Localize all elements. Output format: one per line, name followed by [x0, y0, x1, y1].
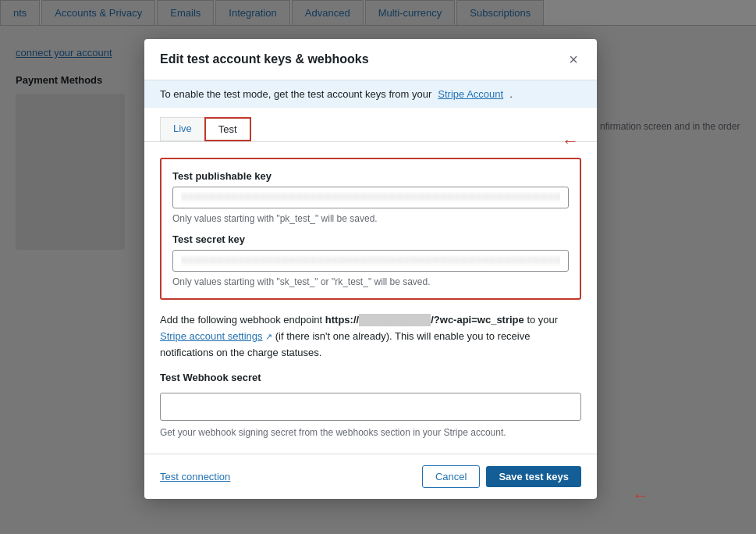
modal-close-button[interactable]: ×	[566, 52, 581, 67]
secret-key-input[interactable]	[172, 250, 569, 272]
tab-test[interactable]: Test	[204, 117, 251, 141]
publishable-key-input[interactable]	[172, 187, 569, 208]
secret-key-label: Test secret key	[172, 233, 569, 245]
modal-tabs: Live Test	[144, 108, 597, 142]
webhook-info-text: Add the following webhook endpoint https…	[160, 312, 581, 361]
publishable-key-label: Test publishable key	[172, 170, 569, 182]
modal-footer: Test connection Cancel Save test keys	[144, 454, 597, 499]
info-banner: To enable the test mode, get the test ac…	[144, 80, 597, 108]
save-arrow-icon: ←	[632, 486, 649, 506]
webhook-external-icon: ↗	[265, 332, 272, 341]
webhook-secret-label: Test Webhook secret	[160, 372, 581, 383]
cancel-button[interactable]: Cancel	[422, 465, 480, 488]
webhook-secret-input[interactable]	[160, 393, 581, 421]
stripe-account-settings-link[interactable]: Stripe account settings	[160, 330, 263, 342]
tab-live[interactable]: Live	[160, 117, 205, 141]
publishable-key-hint: Only values starting with "pk_test_" wil…	[172, 213, 569, 224]
info-arrow-icon: ←	[562, 131, 579, 151]
key-section: Test publishable key Only values startin…	[160, 158, 581, 300]
webhook-url: https://██████████/?wc-api=wc_stripe	[325, 314, 527, 326]
info-banner-text: To enable the test mode, get the test ac…	[160, 88, 431, 100]
webhook-text-mid: to your	[527, 314, 558, 326]
webhook-secret-hint: Get your webhook signing secret from the…	[160, 427, 581, 438]
modal-header: Edit test account keys & webhooks ×	[144, 39, 597, 80]
save-test-keys-button[interactable]: Save test keys	[486, 466, 581, 487]
test-connection-button[interactable]: Test connection	[160, 471, 230, 482]
footer-actions: Cancel Save test keys	[422, 465, 581, 488]
modal-title: Edit test account keys & webhooks	[160, 52, 369, 66]
modal-dialog: Edit test account keys & webhooks × To e…	[144, 39, 597, 499]
webhook-intro: Add the following webhook endpoint	[160, 314, 322, 326]
stripe-account-link[interactable]: Stripe Account	[438, 88, 503, 100]
modal-body: Test publishable key Only values startin…	[144, 142, 597, 454]
secret-key-hint: Only values starting with "sk_test_" or …	[172, 276, 569, 287]
